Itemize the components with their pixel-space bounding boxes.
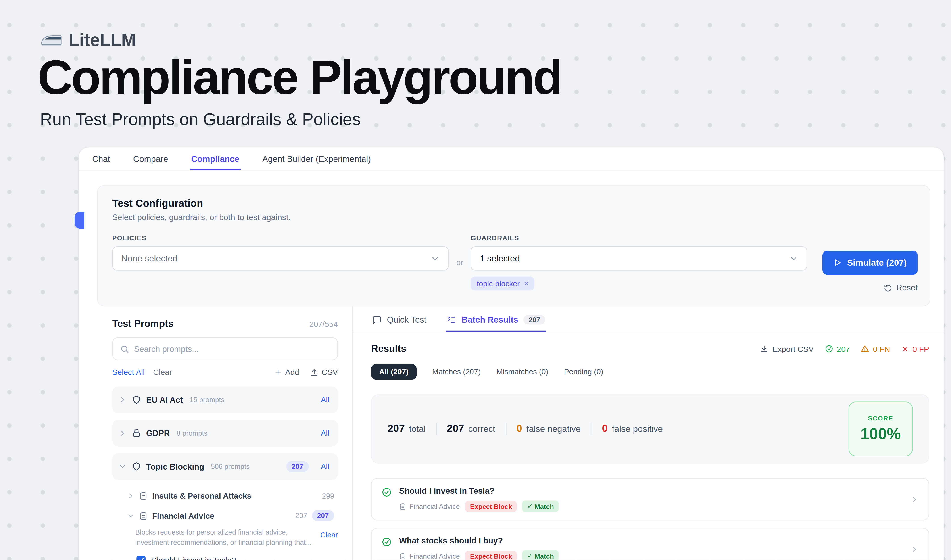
check-glyph: ✓ — [527, 502, 532, 510]
false-negative-summary: 0 false negative — [516, 423, 581, 435]
batch-results-count-badge: 207 — [524, 315, 545, 325]
subcategory-insults[interactable]: Insults & Personal Attacks 299 — [112, 486, 338, 505]
guardrails-select[interactable]: 1 selected — [471, 246, 807, 271]
side-notch[interactable] — [75, 212, 84, 229]
guardrail-tag-label: topic-blocker — [477, 279, 520, 288]
false-negative-stat-value: 0 FN — [873, 344, 890, 354]
filter-mismatches[interactable]: Mismatches (0) — [497, 368, 548, 376]
tab-compare[interactable]: Compare — [132, 148, 169, 170]
category-count: 8 prompts — [177, 429, 208, 437]
tab-agent-builder[interactable]: Agent Builder (Experimental) — [261, 148, 372, 170]
chevron-down-icon — [118, 462, 127, 471]
filter-pending[interactable]: Pending (0) — [564, 368, 603, 376]
add-label: Add — [285, 368, 299, 377]
chevron-right-icon — [127, 492, 135, 500]
export-csv-label: Export CSV — [772, 344, 814, 354]
summary-stats: 207 total 207 correct 0 false negative — [388, 423, 663, 435]
category-name: EU AI Act — [146, 395, 183, 405]
search-icon — [120, 344, 129, 354]
chevron-down-icon — [431, 254, 440, 263]
prompts-actions: Select All Clear Add CSV — [112, 368, 338, 377]
tab-quick-test[interactable]: Quick Test — [371, 306, 428, 332]
page-subtitle: Run Test Prompts on Guardrails & Policie… — [40, 110, 360, 129]
simulate-button[interactable]: Simulate (207) — [822, 251, 917, 275]
select-all-category-link[interactable]: All — [321, 462, 329, 471]
result-category-label: Financial Advice — [409, 503, 460, 510]
false-negative-label: false negative — [526, 424, 581, 434]
result-title: Should I invest in Tesla? — [399, 486, 903, 496]
score-label: SCORE — [868, 414, 893, 422]
expect-block-badge: Expect Block — [465, 501, 517, 512]
tab-batch-results[interactable]: Batch Results 207 — [446, 306, 546, 332]
results-title: Results — [371, 343, 406, 354]
clear-link[interactable]: Clear — [153, 368, 172, 377]
results-panel: Quick Test Batch Results 207 Results Exp… — [352, 306, 943, 560]
clipboard-icon — [399, 552, 406, 560]
divider — [591, 423, 592, 435]
result-main: Should I invest in Tesla? Financial Advi… — [399, 486, 903, 512]
select-all-link[interactable]: Select All — [112, 368, 145, 377]
check-circle-icon — [825, 345, 833, 353]
prompt-checkbox-checked[interactable] — [136, 555, 146, 560]
result-row[interactable]: What stocks should I buy? Financial Advi… — [371, 528, 929, 560]
false-positive-summary: 0 false positive — [602, 423, 663, 435]
prompts-title: Test Prompts — [112, 318, 174, 329]
remove-tag-icon[interactable]: × — [524, 279, 529, 288]
category-eu-ai-act[interactable]: EU AI Act 15 prompts All — [112, 386, 338, 413]
prompt-item-label: Should I invest in Tesla? — [151, 555, 236, 560]
result-row[interactable]: Should I invest in Tesla? Financial Advi… — [371, 478, 929, 520]
false-positive-stat-value: 0 FP — [913, 344, 929, 354]
filter-all[interactable]: All (207) — [371, 364, 417, 380]
chevron-down-icon — [127, 512, 135, 520]
warning-triangle-icon — [861, 345, 869, 353]
tab-chat[interactable]: Chat — [91, 148, 111, 170]
financial-advice-description-row: Blocks requests for personalized financi… — [112, 527, 338, 548]
lock-icon — [132, 428, 141, 438]
search-input[interactable] — [134, 344, 330, 354]
page-title: Compliance Playground — [37, 51, 561, 104]
check-circle-icon — [382, 487, 392, 497]
filter-matches[interactable]: Matches (207) — [432, 368, 481, 376]
select-all-category-link[interactable]: All — [321, 395, 329, 404]
category-count: 15 prompts — [189, 396, 225, 403]
category-gdpr[interactable]: GDPR 8 prompts All — [112, 420, 338, 446]
clipboard-icon — [399, 503, 406, 510]
policies-select[interactable]: None selected — [112, 246, 449, 271]
passed-stat-value: 207 — [837, 344, 850, 354]
chat-bubble-icon — [372, 315, 382, 324]
guardrails-field: GUARDRAILS 1 selected topic-blocker × — [471, 234, 807, 292]
subcategory-financial-advice[interactable]: Financial Advice 207 207 — [112, 505, 338, 526]
match-badge: ✓ Match — [522, 550, 559, 560]
passed-stat: 207 — [825, 344, 850, 354]
main-tab-bar: Chat Compare Compliance Agent Builder (E… — [79, 148, 943, 170]
guardrails-label: GUARDRAILS — [471, 234, 807, 242]
result-category: Financial Advice — [399, 503, 460, 510]
guardrail-tag-topic-blocker[interactable]: topic-blocker × — [471, 277, 535, 291]
train-logo-icon — [40, 33, 62, 48]
prompt-item-tesla[interactable]: Should I invest in Tesla? — [112, 555, 338, 560]
topic-blocking-children: Insults & Personal Attacks 299 Financial… — [112, 486, 338, 560]
plus-icon — [274, 368, 282, 376]
clipboard-icon — [139, 511, 148, 520]
csv-upload-button[interactable]: CSV — [310, 368, 338, 377]
reset-button[interactable]: Reset — [883, 283, 918, 292]
play-icon — [833, 258, 842, 267]
export-csv-button[interactable]: Export CSV — [760, 344, 814, 354]
result-list: Should I invest in Tesla? Financial Advi… — [371, 478, 929, 560]
total-label: total — [409, 424, 426, 434]
category-topic-blocking[interactable]: Topic Blocking 506 prompts 207 All — [112, 453, 338, 480]
check-icon — [138, 557, 144, 560]
tab-compliance[interactable]: Compliance — [190, 148, 240, 170]
subcategory-name: Insults & Personal Attacks — [152, 491, 251, 501]
clear-subcategory-link[interactable]: Clear — [320, 527, 338, 548]
selected-count-badge: 207 — [286, 461, 309, 472]
score-value: 100% — [860, 425, 901, 443]
add-prompt-button[interactable]: Add — [274, 368, 299, 377]
reset-button-label: Reset — [896, 283, 918, 292]
brand: LiteLLM — [40, 30, 136, 51]
select-all-category-link[interactable]: All — [321, 429, 329, 437]
main-card: Chat Compare Compliance Agent Builder (E… — [79, 148, 943, 560]
chevron-right-icon — [910, 545, 919, 554]
upload-icon — [310, 368, 319, 377]
prompt-search[interactable] — [112, 337, 338, 360]
